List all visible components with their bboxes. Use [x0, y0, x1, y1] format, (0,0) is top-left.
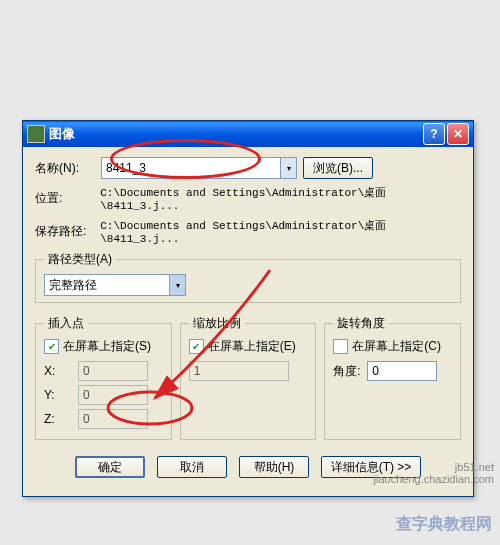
titlebar[interactable]: 图像 ? ✕: [23, 121, 473, 147]
location-label: 位置:: [35, 190, 94, 207]
angle-input[interactable]: [367, 361, 437, 381]
close-button[interactable]: ✕: [447, 123, 469, 145]
watermark-logo: 查字典教程网: [396, 514, 492, 535]
y-label: Y:: [44, 388, 74, 402]
help-button[interactable]: 帮助(H): [239, 456, 309, 478]
pathtype-select[interactable]: 完整路径 ▾: [44, 274, 186, 296]
pathtype-legend: 路径类型(A): [44, 251, 116, 268]
savepath-value: C:\Documents and Settings\Administrator\…: [100, 218, 461, 245]
image-dialog: 图像 ? ✕ 名称(N): ▾ 浏览(B)... 位置: C:\Document…: [22, 120, 474, 497]
browse-button[interactable]: 浏览(B)...: [303, 157, 373, 179]
pathtype-group: 路径类型(A) 完整路径 ▾: [35, 251, 461, 303]
z-label: Z:: [44, 412, 74, 426]
rotate-chk-label: 在屏幕上指定(C): [352, 338, 441, 355]
angle-label: 角度:: [333, 363, 363, 380]
scale-legend: 缩放比例: [189, 315, 245, 332]
ok-button[interactable]: 确定: [75, 456, 145, 478]
name-dropdown-icon[interactable]: ▾: [281, 157, 297, 179]
y-input: [78, 385, 148, 405]
scale-chk-label: 在屏幕上指定(E): [208, 338, 296, 355]
x-input: [78, 361, 148, 381]
rotate-checkbox[interactable]: [333, 339, 348, 354]
name-row: 名称(N): ▾ 浏览(B)...: [35, 157, 461, 179]
name-input[interactable]: [101, 157, 281, 179]
rotate-legend: 旋转角度: [333, 315, 389, 332]
savepath-label: 保存路径:: [35, 223, 94, 240]
z-input: [78, 409, 148, 429]
cancel-button[interactable]: 取消: [157, 456, 227, 478]
scale-checkbox[interactable]: ✔: [189, 339, 204, 354]
dialog-title: 图像: [49, 125, 423, 143]
insert-chk-label: 在屏幕上指定(S): [63, 338, 151, 355]
x-label: X:: [44, 364, 74, 378]
help-button-icon[interactable]: ?: [423, 123, 445, 145]
titlebar-buttons: ? ✕: [423, 123, 469, 145]
location-value: C:\Documents and Settings\Administrator\…: [100, 185, 461, 212]
location-row: 位置: C:\Documents and Settings\Administra…: [35, 185, 461, 212]
insert-group: 插入点 ✔ 在屏幕上指定(S) X: Y: Z:: [35, 315, 172, 440]
pathtype-value: 完整路径: [45, 277, 169, 294]
scale-group: 缩放比例 ✔ 在屏幕上指定(E): [180, 315, 317, 440]
dialog-content: 名称(N): ▾ 浏览(B)... 位置: C:\Documents and S…: [23, 147, 473, 496]
savepath-row: 保存路径: C:\Documents and Settings\Administ…: [35, 218, 461, 245]
scale-input: [189, 361, 289, 381]
app-icon: [27, 125, 45, 143]
rotate-group: 旋转角度 在屏幕上指定(C) 角度:: [324, 315, 461, 440]
options-row: 插入点 ✔ 在屏幕上指定(S) X: Y: Z:: [35, 309, 461, 446]
insert-checkbox[interactable]: ✔: [44, 339, 59, 354]
name-label: 名称(N):: [35, 160, 95, 177]
chevron-down-icon: ▾: [169, 275, 185, 295]
insert-legend: 插入点: [44, 315, 88, 332]
watermark-small: jb51.net jiaocheng.chazidian.com: [374, 461, 494, 485]
